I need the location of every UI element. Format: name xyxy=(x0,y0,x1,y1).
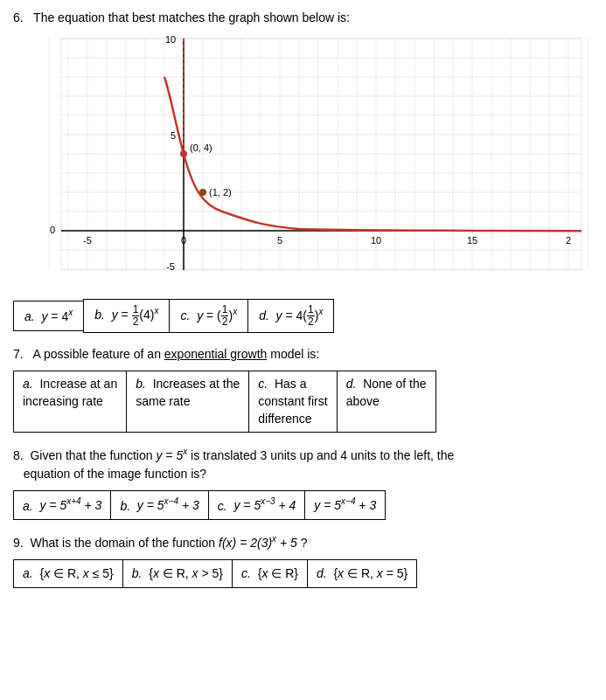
q7-c-label: c. xyxy=(258,377,268,391)
q6-question: The equation that best matches the graph… xyxy=(33,10,350,24)
q8-answer-a[interactable]: a. y = 5x+4 + 3 xyxy=(13,490,111,521)
svg-text:5: 5 xyxy=(277,235,282,246)
q7-answer-d[interactable]: d. None of theabove xyxy=(337,371,435,433)
q9-d-label: d. xyxy=(317,566,327,580)
q9-answers: a. {x ∈ R, x ≤ 5} b. {x ∈ R, x > 5} c. {… xyxy=(13,559,593,588)
q6-c-label: c. xyxy=(180,308,190,322)
q8-answer-b[interactable]: b. y = 5x−4 + 3 xyxy=(110,490,208,521)
q9-b-formula: {x ∈ R, x > 5} xyxy=(149,566,223,580)
q6-answer-d[interactable]: d. y = 4(12)x xyxy=(247,299,334,333)
q6-a-formula: y = 4x xyxy=(38,309,73,323)
q8-c-label: c. xyxy=(218,498,227,512)
q8-answers: a. y = 5x+4 + 3 b. y = 5x−4 + 3 c. y = 5… xyxy=(13,490,593,521)
q7-answer-c[interactable]: c. Has aconstant firstdifference xyxy=(249,371,337,433)
q8-text: 8. Given that the function y = 5x is tra… xyxy=(13,445,593,483)
q6-c-formula: y = (12)x xyxy=(193,308,237,322)
q7-text-part1: A possible feature of an xyxy=(33,347,164,361)
svg-text:(1, 2): (1, 2) xyxy=(209,187,232,198)
q7-answers: a. Increase at anincreasing rate b. Incr… xyxy=(13,371,436,433)
q9-answer-b[interactable]: b. {x ∈ R, x > 5} xyxy=(122,559,233,588)
q8-function: y = 5x xyxy=(156,448,187,462)
q7-underline: exponential growth xyxy=(164,347,268,361)
q8-b-formula: y = 5x−4 + 3 xyxy=(137,498,199,512)
q6-number: 6. xyxy=(13,10,24,24)
q7-d-text: None of theabove xyxy=(346,377,427,408)
q6-answer-a[interactable]: a. y = 4x xyxy=(13,301,84,331)
q7-answer-b[interactable]: b. Increases at thesame rate xyxy=(127,371,249,433)
question-6: 6. The equation that best matches the gr… xyxy=(13,9,593,333)
svg-text:0: 0 xyxy=(181,235,186,246)
svg-text:0: 0 xyxy=(50,225,55,235)
svg-text:5: 5 xyxy=(171,130,176,141)
graph-container: -5 0 5 10 15 2 0 10 5 -5 xyxy=(31,34,593,290)
q8-c-formula: y = 5x−3 + 4 xyxy=(233,498,296,512)
q9-c-formula: {x ∈ R} xyxy=(258,566,298,580)
question-7: 7. A possible feature of an exponential … xyxy=(13,345,593,433)
q8-answer-c[interactable]: c. y = 5x−3 + 4 xyxy=(208,490,306,521)
svg-point-59 xyxy=(199,189,206,196)
q8-b-label: b. xyxy=(120,498,130,512)
q9-c-label: c. xyxy=(241,566,251,580)
q7-text: 7. A possible feature of an exponential … xyxy=(13,345,593,364)
q6-text: 6. The equation that best matches the gr… xyxy=(13,9,593,27)
svg-text:10: 10 xyxy=(165,34,176,45)
q7-answer-a[interactable]: a. Increase at anincreasing rate xyxy=(14,371,127,433)
svg-text:-5: -5 xyxy=(166,261,175,272)
q7-a-label: a. xyxy=(23,377,33,391)
q6-b-formula: y = 12(4)x xyxy=(108,308,159,322)
q7-text-part2: model is: xyxy=(267,347,319,361)
svg-text:10: 10 xyxy=(371,235,381,246)
q9-d-formula: {x ∈ R, x = 5} xyxy=(333,566,407,580)
q9-number: 9. xyxy=(13,536,24,550)
graph-svg: -5 0 5 10 15 2 0 10 5 -5 xyxy=(31,34,590,288)
q7-b-text: Increases at thesame rate xyxy=(136,377,240,408)
q9-answer-c[interactable]: c. {x ∈ R} xyxy=(232,559,308,588)
q7-a-text: Increase at anincreasing rate xyxy=(23,377,117,408)
q6-b-label: b. xyxy=(94,308,105,322)
q9-answer-a[interactable]: a. {x ∈ R, x ≤ 5} xyxy=(13,559,123,588)
q6-answer-c[interactable]: c. y = (12)x xyxy=(169,299,248,333)
svg-text:2: 2 xyxy=(566,235,571,246)
q6-d-label: d. xyxy=(259,308,269,322)
svg-text:-5: -5 xyxy=(83,235,92,246)
question-8: 8. Given that the function y = 5x is tra… xyxy=(13,445,593,520)
q8-number: 8. xyxy=(13,448,24,462)
q9-answer-d[interactable]: d. {x ∈ R, x = 5} xyxy=(307,559,417,588)
q9-a-label: a. xyxy=(23,566,33,580)
q8-a-label: a. xyxy=(23,498,33,512)
q7-d-label: d. xyxy=(346,377,357,391)
q8-d-formula: y = 5x−4 + 3 xyxy=(314,498,376,512)
svg-point-57 xyxy=(180,150,187,157)
question-9: 9. What is the domain of the function f(… xyxy=(13,532,593,588)
q8-a-formula: y = 5x+4 + 3 xyxy=(39,498,101,512)
q7-number: 7. xyxy=(13,347,24,361)
q6-answer-b[interactable]: b. y = 12(4)x xyxy=(83,299,170,333)
svg-text:15: 15 xyxy=(467,235,477,246)
q9-a-formula: {x ∈ R, x ≤ 5} xyxy=(39,566,113,580)
q8-answer-d[interactable]: y = 5x−4 + 3 xyxy=(304,490,386,521)
q9-b-label: b. xyxy=(132,566,143,580)
q6-answers: a. y = 4x b. y = 12(4)x c. y = (12)x d. … xyxy=(13,299,593,333)
q7-c-text: Has aconstant firstdifference xyxy=(258,377,327,425)
q7-b-label: b. xyxy=(136,377,146,391)
q9-text: 9. What is the domain of the function f(… xyxy=(13,532,593,552)
svg-rect-1 xyxy=(61,38,582,270)
q6-d-formula: y = 4(12)x xyxy=(273,308,324,322)
q9-function: f(x) = 2(3)x + 5 xyxy=(219,536,297,550)
q6-a-label: a. xyxy=(24,309,35,323)
svg-text:(0, 4): (0, 4) xyxy=(190,142,212,153)
